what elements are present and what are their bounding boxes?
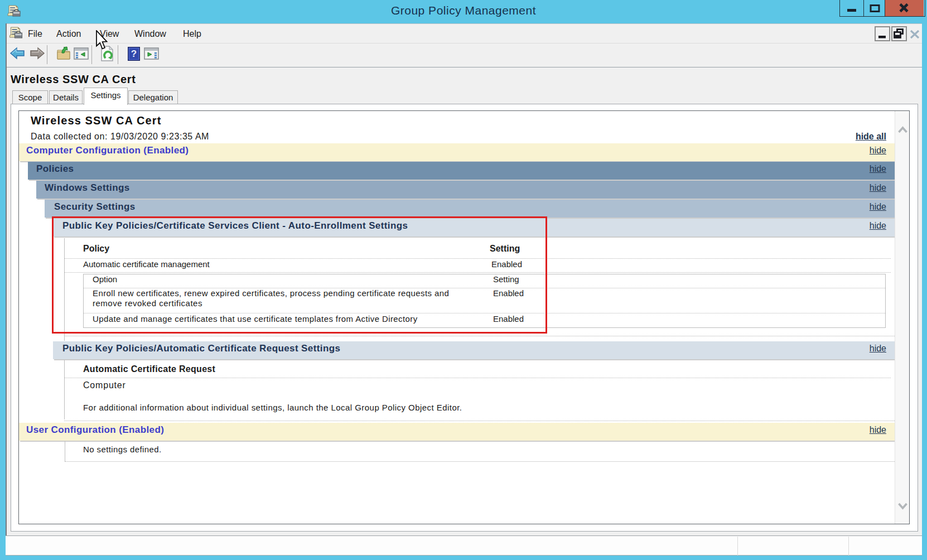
svg-text:?: ? bbox=[131, 49, 137, 59]
